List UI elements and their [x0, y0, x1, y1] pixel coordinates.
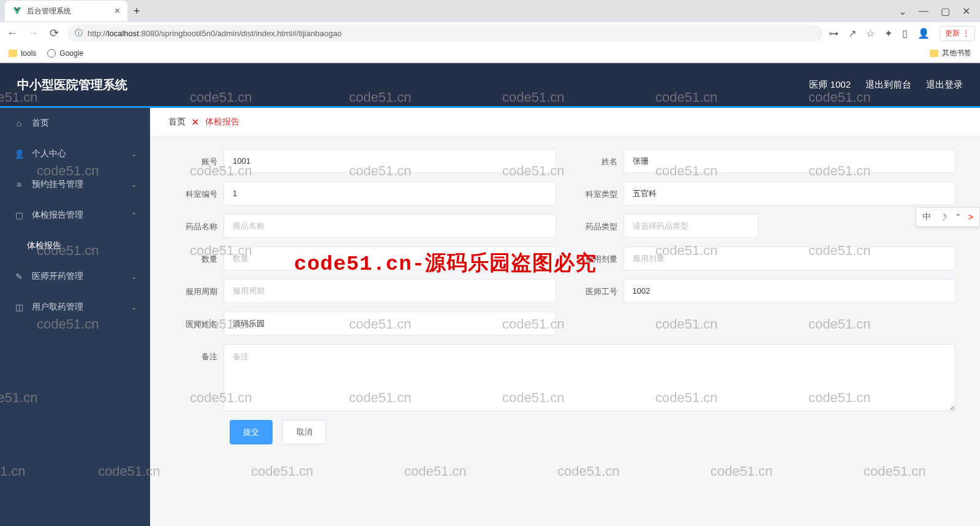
sidebar-appointment[interactable]: ≡预约挂号管理⌄	[0, 169, 150, 200]
ime-toolbar[interactable]: 中 ☽ '' >	[916, 207, 980, 227]
url-input[interactable]: ⓘ http://localhost:8080/springbootil5n0/…	[67, 25, 823, 42]
back-button[interactable]: ←	[5, 27, 20, 40]
star-icon[interactable]: ☆	[866, 28, 875, 39]
label-remark: 备注	[175, 344, 224, 362]
close-window-icon[interactable]: ✕	[962, 6, 970, 17]
breadcrumb: 首页 ✕ 体检报告	[150, 108, 980, 137]
ime-arrow-icon[interactable]: >	[968, 212, 973, 222]
sidebar: ⌂首页 👤个人中心⌄ ≡预约挂号管理⌄ ▢体检报告管理⌃ 体检报告 ✎医师开药管…	[0, 108, 150, 526]
label-name: 姓名	[575, 149, 624, 167]
close-icon[interactable]: ×	[115, 6, 120, 17]
profile-icon[interactable]: 👤	[918, 28, 930, 39]
sidebar-user-med[interactable]: ◫用户取药管理⌄	[0, 292, 150, 322]
chevron-down-icon: ⌄	[131, 181, 137, 189]
input-doc-name[interactable]	[224, 311, 556, 335]
address-bar: ← → ⟳ ⓘ http://localhost:8080/springboot…	[0, 22, 980, 44]
user-icon: 👤	[13, 148, 24, 159]
form: 账号 姓名 科室编号 科室类型 药品名称 药品类型 数量 服用剂量 服用周期	[150, 137, 980, 457]
ime-lang[interactable]: 中	[922, 212, 931, 223]
ime-quote[interactable]: ''	[956, 212, 959, 222]
reload-button[interactable]: ⟳	[47, 26, 61, 40]
edit-icon: ✎	[13, 271, 24, 282]
label-drug-name: 药品名称	[175, 214, 224, 232]
maximize-icon[interactable]: ▢	[941, 6, 950, 17]
bookmark-tools[interactable]: tools	[9, 49, 36, 58]
input-dose[interactable]	[624, 246, 956, 270]
user-label[interactable]: 医师 1002	[809, 79, 851, 91]
label-doc-no: 医师工号	[575, 279, 624, 297]
url-scheme: http://	[88, 29, 108, 38]
cancel-button[interactable]: 取消	[282, 420, 326, 444]
new-tab-button[interactable]: +	[127, 5, 146, 18]
input-doc-no[interactable]	[624, 279, 956, 303]
forward-button[interactable]: →	[26, 27, 40, 40]
browser-tab[interactable]: 后台管理系统 ×	[5, 1, 127, 21]
input-cycle[interactable]	[224, 279, 556, 303]
chevron-down-icon[interactable]: ⌄	[899, 6, 907, 17]
back-to-front-button[interactable]: 退出到前台	[865, 79, 911, 91]
input-dept-type[interactable]	[624, 181, 956, 205]
chevron-down-icon: ⌄	[131, 303, 137, 311]
minimize-icon[interactable]: —	[919, 6, 929, 17]
browser-tab-bar: 后台管理系统 × + ⌄ — ▢ ✕	[0, 0, 980, 22]
label-dept-type: 科室类型	[575, 181, 624, 200]
bookmark-google[interactable]: Google	[47, 49, 83, 58]
sidebar-doctor-med[interactable]: ✎医师开药管理⌄	[0, 261, 150, 292]
chart-icon: ◫	[13, 302, 24, 313]
label-cycle: 服用周期	[175, 279, 224, 297]
app-title: 中小型医院管理系统	[17, 77, 127, 93]
input-dept-no[interactable]	[224, 181, 556, 205]
sidebar-report-sub[interactable]: 体检报告	[0, 231, 150, 261]
url-host: localhost	[108, 29, 139, 38]
label-drug-type: 药品类型	[575, 214, 624, 232]
extension-icon[interactable]: ✦	[884, 28, 892, 39]
vue-icon	[12, 6, 22, 16]
folder-icon	[930, 50, 938, 57]
chevron-down-icon: ⌄	[131, 150, 137, 158]
select-drug-type[interactable]	[624, 214, 758, 238]
bookmark-other[interactable]: 其他书签	[930, 48, 971, 58]
globe-icon	[47, 49, 56, 58]
panel-icon[interactable]: ▯	[902, 28, 908, 39]
tab-title: 后台管理系统	[27, 6, 71, 17]
breadcrumb-close-icon[interactable]: ✕	[192, 117, 199, 127]
logout-button[interactable]: 退出登录	[926, 79, 963, 91]
textarea-remark[interactable]	[224, 344, 956, 411]
submit-button[interactable]: 提交	[230, 420, 273, 444]
breadcrumb-current[interactable]: 体检报告	[205, 116, 239, 128]
list-icon: ≡	[13, 179, 24, 190]
input-drug-name[interactable]	[224, 214, 556, 238]
label-account: 账号	[175, 149, 224, 167]
folder-icon	[9, 50, 17, 57]
label-dose: 服用剂量	[575, 246, 624, 265]
info-icon: ⓘ	[75, 28, 83, 39]
label-qty: 数量	[175, 246, 224, 265]
main-content: 首页 ✕ 体检报告 账号 姓名 科室编号 科室类型 药品名称 药品类型 数	[150, 108, 980, 526]
update-button[interactable]: 更新 ⋮	[940, 26, 975, 41]
url-path: :8080/springbootil5n0/admin/dist/index.h…	[139, 29, 342, 38]
share-icon[interactable]: ↗	[848, 28, 856, 39]
chat-icon: ▢	[13, 210, 24, 221]
home-icon: ⌂	[13, 118, 24, 129]
chevron-up-icon: ⌃	[131, 212, 137, 219]
label-doc-name: 医师姓名	[175, 311, 224, 330]
label-dept-no: 科室编号	[175, 181, 224, 200]
sidebar-report-mgmt[interactable]: ▢体检报告管理⌃	[0, 200, 150, 231]
bookmark-bar: tools Google 其他书签	[0, 44, 980, 63]
moon-icon[interactable]: ☽	[940, 212, 948, 222]
input-account[interactable]	[224, 149, 556, 173]
chevron-down-icon: ⌄	[131, 273, 137, 281]
sidebar-personal[interactable]: 👤个人中心⌄	[0, 139, 150, 169]
sidebar-home[interactable]: ⌂首页	[0, 108, 150, 139]
input-qty[interactable]	[224, 246, 556, 270]
key-icon[interactable]: ⊶	[829, 28, 839, 39]
breadcrumb-home[interactable]: 首页	[168, 116, 186, 128]
app-header: 中小型医院管理系统 医师 1002 退出到前台 退出登录	[0, 63, 980, 106]
input-name[interactable]	[624, 149, 956, 173]
